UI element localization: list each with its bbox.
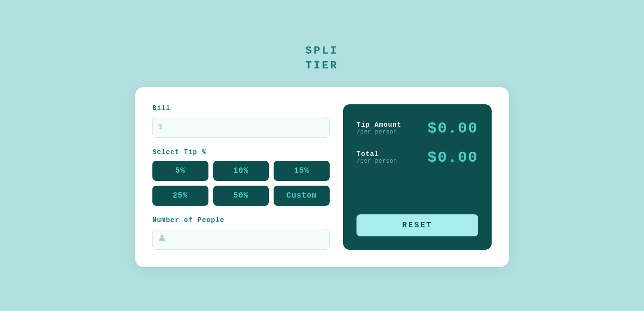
- tip-btn-5[interactable]: 5%: [152, 161, 208, 181]
- tip-btn-50[interactable]: 50%: [213, 186, 269, 206]
- tip-amount-label-group: Tip Amount /per person: [356, 121, 402, 135]
- tip-btn-10[interactable]: 10%: [213, 161, 269, 181]
- people-input-wrapper: [152, 229, 330, 250]
- total-label-group: Total /per person: [356, 150, 397, 165]
- bill-input[interactable]: [152, 117, 330, 138]
- tip-amount-row: Tip Amount /per person $0.00: [356, 120, 478, 137]
- right-panel: Tip Amount /per person $0.00 Total /per …: [343, 104, 492, 250]
- tip-amount-sub: /per person: [356, 129, 402, 135]
- tip-btn-15[interactable]: 15%: [274, 161, 330, 181]
- tip-buttons-grid: 5% 10% 15% 25% 50% Custom: [152, 161, 330, 206]
- tip-amount-value: $0.00: [427, 120, 478, 137]
- tip-btn-custom[interactable]: Custom: [274, 186, 330, 206]
- left-panel: Bill $ Select Tip % 5% 10% 15% 25% 50% C…: [152, 104, 330, 250]
- tip-section: Select Tip % 5% 10% 15% 25% 50% Custom: [152, 148, 330, 206]
- reset-button[interactable]: RESET: [356, 214, 478, 236]
- bill-label: Bill: [152, 104, 330, 112]
- people-input[interactable]: [152, 229, 330, 250]
- stats-section: Tip Amount /per person $0.00 Total /per …: [356, 120, 478, 205]
- people-label: Number of People: [152, 216, 330, 224]
- bill-input-wrapper: $: [152, 117, 330, 138]
- tip-amount-title: Tip Amount: [356, 121, 402, 129]
- total-value: $0.00: [427, 149, 478, 167]
- main-card: Bill $ Select Tip % 5% 10% 15% 25% 50% C…: [135, 87, 509, 267]
- tip-label: Select Tip %: [152, 148, 330, 156]
- total-sub: /per person: [356, 158, 397, 165]
- total-title: Total: [356, 150, 397, 158]
- bill-field: Bill $: [152, 104, 330, 138]
- people-field: Number of People: [152, 216, 330, 250]
- app-title: SPLI TIER: [306, 44, 339, 74]
- tip-btn-25[interactable]: 25%: [152, 186, 208, 206]
- total-row: Total /per person $0.00: [356, 149, 478, 167]
